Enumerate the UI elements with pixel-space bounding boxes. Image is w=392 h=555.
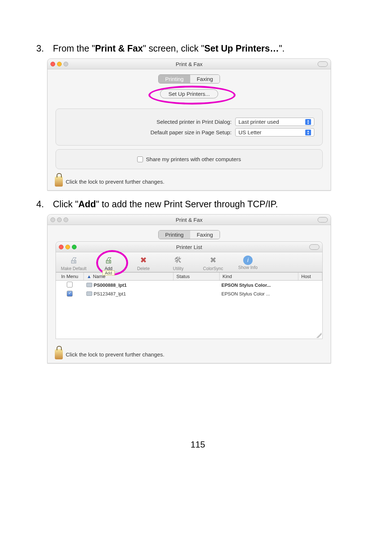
printer-options-panel: Selected printer in Print Dialog: Last p… xyxy=(56,109,323,146)
dropdown-arrows-icon: ▲▼ xyxy=(305,130,311,135)
lock-bar: Click the lock to prevent further change… xyxy=(48,173,331,190)
window-title: Print & Fax xyxy=(48,217,331,223)
tab-switch[interactable]: Printing Faxing xyxy=(158,74,220,83)
toolbar-toggle-icon[interactable] xyxy=(318,217,328,223)
print-fax-window-1: Print & Fax Printing Faxing Set Up Print… xyxy=(47,58,331,191)
resize-handle-icon[interactable] xyxy=(317,333,322,338)
toolbar-toggle-icon[interactable] xyxy=(309,244,319,250)
colorsync-button[interactable]: ✖ ColorSync xyxy=(199,254,227,271)
tab-faxing[interactable]: Faxing xyxy=(190,75,220,83)
printer-list-window: Printer List 🖨 Make Default 🖨 Add Add ✖ xyxy=(56,241,323,339)
print-fax-window-2: Print & Fax Printing Faxing Printer List xyxy=(47,214,331,363)
in-menu-checkbox[interactable] xyxy=(67,282,73,287)
lock-icon[interactable] xyxy=(55,176,63,187)
dropdown-arrows-icon: ▲▼ xyxy=(305,119,311,125)
default-paper-label: Default paper size in Page Setup: xyxy=(64,129,232,135)
utility-button[interactable]: 🛠 Utility xyxy=(164,254,192,271)
highlight-circle: 🖨 xyxy=(101,254,116,266)
window-title: Print & Fax xyxy=(48,61,331,67)
show-info-button[interactable]: i Show Info xyxy=(234,254,262,271)
col-in-menu[interactable]: In Menu xyxy=(56,273,84,280)
instruction-4: 4. Click "Add" to add the new Print Serv… xyxy=(36,198,359,211)
tab-faxing[interactable]: Faxing xyxy=(190,230,220,239)
lock-label: Click the lock to prevent further change… xyxy=(66,351,164,358)
delete-button[interactable]: ✖ Delete xyxy=(129,254,158,271)
colorsync-icon: ✖ xyxy=(206,254,220,266)
printer-row-icon xyxy=(86,283,92,287)
titlebar: Print & Fax xyxy=(48,215,331,225)
tab-printing[interactable]: Printing xyxy=(159,75,190,83)
default-paper-dropdown[interactable]: US Letter ▲▼ xyxy=(235,128,314,136)
info-icon: i xyxy=(243,256,253,265)
instruction-3: 3. From the "Print & Fax" screen, click … xyxy=(36,42,359,55)
sort-asc-icon: ▲ xyxy=(87,274,91,279)
printer-row-icon xyxy=(86,291,92,296)
col-name[interactable]: ▲Name xyxy=(84,273,173,280)
in-menu-checkbox[interactable] xyxy=(67,291,73,297)
printer-list-header: In Menu ▲Name Status Kind Host xyxy=(56,272,322,281)
share-label: Share my printers with other computers xyxy=(146,156,241,162)
printer-list-body: PS000888_lpt1 EPSON Stylus Color... PS12… xyxy=(56,281,322,339)
tab-printing[interactable]: Printing xyxy=(159,230,190,239)
set-up-printers-button[interactable]: Set Up Printers... xyxy=(160,89,218,98)
table-row[interactable]: PS000888_lpt1 EPSON Stylus Color... xyxy=(56,281,322,289)
titlebar: Print & Fax xyxy=(48,59,331,69)
printer-list-toolbar: 🖨 Make Default 🖨 Add Add ✖ Delete 🛠 Uti xyxy=(56,252,322,272)
add-printer-icon: 🖨 xyxy=(101,254,116,266)
printer-icon: 🖨 xyxy=(66,254,81,266)
table-row[interactable]: PS123487_lpt1 EPSON Stylus Color ... xyxy=(56,289,322,298)
share-panel: Share my printers with other computers xyxy=(56,149,323,169)
delete-icon: ✖ xyxy=(136,254,151,266)
make-default-button[interactable]: 🖨 Make Default xyxy=(60,254,88,271)
utility-icon: 🛠 xyxy=(171,254,185,266)
lock-label: Click the lock to prevent further change… xyxy=(66,179,164,185)
toolbar-toggle-icon[interactable] xyxy=(318,61,328,67)
add-tooltip: Add xyxy=(102,270,115,276)
selected-printer-dropdown[interactable]: Last printer used ▲▼ xyxy=(235,118,314,126)
page-number: 115 xyxy=(36,440,359,450)
tab-switch[interactable]: Printing Faxing xyxy=(158,230,220,239)
lock-bar: Click the lock to prevent further change… xyxy=(48,346,331,363)
selected-printer-label: Selected printer in Print Dialog: xyxy=(64,119,232,125)
lock-icon[interactable] xyxy=(55,349,63,359)
share-checkbox[interactable] xyxy=(137,156,143,162)
col-host[interactable]: Host xyxy=(298,273,322,280)
window-title: Printer List xyxy=(56,244,322,250)
col-status[interactable]: Status xyxy=(173,273,220,280)
add-button[interactable]: 🖨 Add Add xyxy=(94,254,123,271)
highlight-circle: Set Up Printers... xyxy=(160,89,218,98)
col-kind[interactable]: Kind xyxy=(220,273,298,280)
